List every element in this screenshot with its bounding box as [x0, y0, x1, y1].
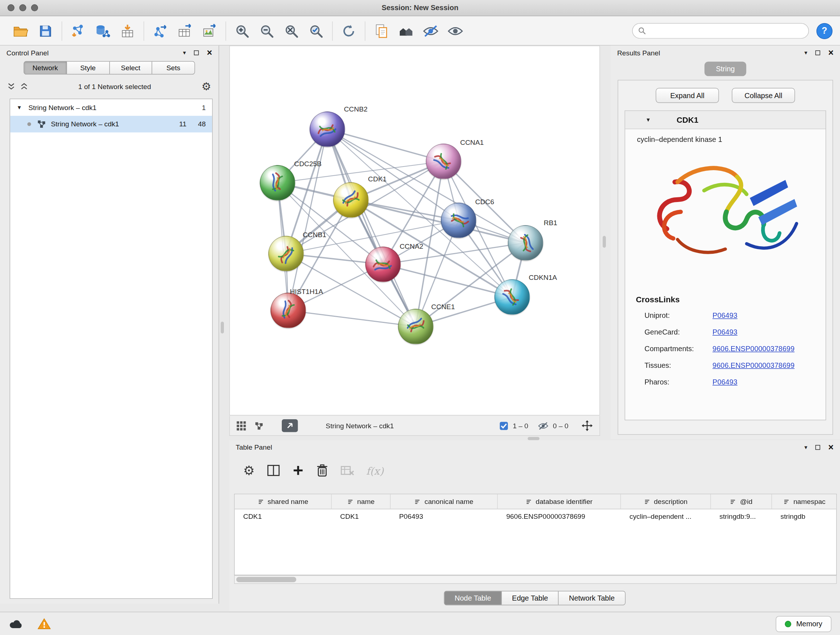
open-session-button[interactable]: [9, 19, 33, 43]
zoom-in-button[interactable]: [230, 19, 254, 43]
crosslink-link[interactable]: 9606.ENSP00000378699: [713, 345, 795, 353]
table-cell[interactable]: P06493: [391, 509, 498, 524]
column-header-description[interactable]: description: [621, 494, 711, 509]
collapse-all-chevrons-icon[interactable]: [8, 82, 15, 90]
column-header-name[interactable]: name: [332, 494, 391, 509]
export-table-button[interactable]: [172, 19, 197, 43]
tab-string[interactable]: String: [704, 62, 746, 76]
protein-collapse-icon[interactable]: ▼: [645, 117, 651, 123]
create-column-plus-icon[interactable]: [292, 464, 304, 477]
protein-card-header[interactable]: ▼ CDK1: [625, 111, 826, 129]
panel-maximize-icon[interactable]: [194, 50, 199, 55]
zoom-selected-button[interactable]: [304, 19, 328, 43]
table-row[interactable]: CDK1CDK1P064939606.ENSP00000378699cyclin…: [235, 509, 836, 524]
node-CDC25B[interactable]: [260, 165, 295, 201]
table-cell[interactable]: CDK1: [235, 509, 332, 524]
node-HIST1H1A[interactable]: [271, 293, 306, 328]
cloud-icon[interactable]: [9, 618, 24, 629]
crosslink-link[interactable]: P06493: [713, 311, 737, 319]
tab-edge-table[interactable]: Edge Table: [501, 591, 558, 605]
node-RB1[interactable]: [508, 225, 543, 261]
zoom-out-button[interactable]: [254, 19, 279, 43]
tab-select[interactable]: Select: [109, 62, 152, 74]
column-header-database-identifier[interactable]: database identifier: [498, 494, 621, 509]
table-cell[interactable]: CDK1: [332, 509, 391, 524]
search-field[interactable]: [632, 23, 809, 39]
network-collection-row[interactable]: ▼ String Network – cdk1 1: [10, 99, 212, 116]
hide-selected-button[interactable]: [418, 19, 443, 43]
panel-float-icon[interactable]: ▾: [183, 50, 186, 55]
table-options-gear-icon[interactable]: ⚙: [243, 464, 255, 477]
expand-all-chevrons-icon[interactable]: [20, 82, 28, 90]
help-button[interactable]: ?: [816, 23, 832, 39]
warning-icon[interactable]: [38, 618, 51, 630]
column-header-canonical-name[interactable]: canonical name: [391, 494, 498, 509]
grid-view-icon[interactable]: [236, 421, 246, 431]
column-header-shared-name[interactable]: shared name: [235, 494, 332, 509]
node-CCNB1[interactable]: [268, 236, 304, 272]
function-builder-icon[interactable]: f(x): [366, 464, 384, 477]
edge-CCNB2-HIST1H1A[interactable]: [288, 129, 327, 310]
export-image-button[interactable]: [197, 19, 222, 43]
network-options-gear-icon[interactable]: ⚙: [202, 81, 211, 92]
apply-preferred-layout-button[interactable]: [336, 19, 361, 43]
edge-HIST1H1A-CCNE1[interactable]: [288, 310, 416, 326]
import-table-from-file-button[interactable]: [115, 19, 140, 43]
fit-content-button[interactable]: [279, 19, 304, 43]
network-glyph-icon[interactable]: [254, 421, 264, 430]
search-input[interactable]: [650, 27, 803, 35]
table-cell[interactable]: stringdb:9...: [711, 509, 772, 524]
tab-node-table[interactable]: Node Table: [445, 591, 501, 605]
node-CCNA2[interactable]: [365, 247, 401, 282]
bottom-splitter-handle[interactable]: [528, 437, 540, 440]
edge-CCNB2-CCNE1[interactable]: [327, 129, 416, 326]
collection-collapse-icon[interactable]: ▼: [17, 105, 28, 111]
home-button[interactable]: [393, 19, 418, 43]
table-horizontal-scrollbar[interactable]: [234, 575, 837, 584]
column-header--id[interactable]: @id: [711, 494, 772, 509]
hidden-eye-icon[interactable]: [538, 421, 549, 430]
crosslink-link[interactable]: 9606.ENSP00000378699: [713, 361, 795, 369]
delete-table-icon[interactable]: [340, 464, 355, 477]
show-all-button[interactable]: [443, 19, 468, 43]
pan-move-icon[interactable]: [581, 420, 593, 432]
tab-sets[interactable]: Sets: [152, 62, 194, 74]
import-network-from-database-button[interactable]: [90, 19, 115, 43]
node-CCNE1[interactable]: [398, 309, 433, 344]
save-session-button[interactable]: [33, 19, 58, 43]
export-network-button[interactable]: [148, 19, 172, 43]
collapse-all-button[interactable]: Collapse All: [732, 88, 795, 103]
tab-network[interactable]: Network: [24, 62, 66, 74]
crosslink-link[interactable]: P06493: [713, 378, 737, 386]
panel-maximize-icon[interactable]: [815, 445, 820, 449]
node-CDC6[interactable]: [441, 203, 477, 238]
import-network-from-file-button[interactable]: [66, 19, 90, 43]
column-header-namespac[interactable]: namespac: [772, 494, 837, 509]
node-CDKN1A[interactable]: [494, 279, 530, 315]
right-splitter-handle[interactable]: [603, 236, 606, 248]
panel-float-icon[interactable]: ▾: [805, 444, 807, 450]
show-columns-icon[interactable]: [267, 464, 280, 477]
scrollbar-thumb[interactable]: [236, 577, 296, 582]
node-CCNA1[interactable]: [426, 144, 461, 179]
crosslink-link[interactable]: P06493: [713, 328, 737, 336]
delete-column-trash-icon[interactable]: [316, 464, 328, 477]
left-splitter-handle[interactable]: [221, 322, 224, 334]
panel-float-icon[interactable]: ▾: [805, 50, 807, 55]
documents-button[interactable]: [369, 19, 393, 43]
network-canvas[interactable]: CCNB2CCNA1CDC25BCDK1CDC6RB1CCNB1CCNA2CDK…: [229, 46, 600, 416]
table-cell[interactable]: cyclin–dependent ...: [621, 509, 711, 524]
table-cell[interactable]: 9606.ENSP00000378699: [498, 509, 621, 524]
table-cell[interactable]: stringdb: [772, 509, 837, 524]
expand-all-button[interactable]: Expand All: [656, 88, 719, 103]
tab-network-table[interactable]: Network Table: [558, 591, 625, 605]
detach-view-button[interactable]: [282, 419, 298, 432]
tab-style[interactable]: Style: [66, 62, 109, 74]
panel-close-icon[interactable]: ×: [207, 48, 212, 57]
selected-checkbox-icon[interactable]: [499, 421, 508, 430]
panel-maximize-icon[interactable]: [815, 50, 820, 55]
network-row[interactable]: String Network – cdk1 11 48: [10, 116, 212, 133]
panel-close-icon[interactable]: ×: [829, 442, 834, 451]
memory-button[interactable]: Memory: [776, 616, 832, 632]
node-CCNB2[interactable]: [309, 111, 345, 147]
